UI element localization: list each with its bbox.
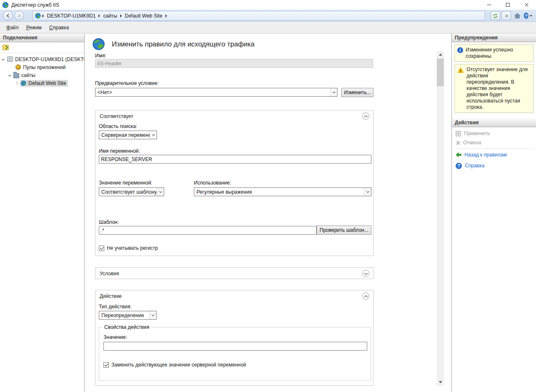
alert-success: i Изменения успешно сохранены.: [454, 44, 533, 62]
back-arrow-icon: [456, 152, 461, 158]
action-section: Действие Тип действия: Переопределение С…: [95, 290, 374, 386]
chevron-down-icon: [330, 88, 337, 96]
variable-value-label: Значение переменной:: [99, 180, 152, 186]
apply-label: Применить: [464, 131, 490, 136]
variable-value-value: Соответствует шаблону: [99, 188, 157, 196]
pattern-input[interactable]: [99, 226, 317, 235]
variable-name-input[interactable]: [99, 155, 371, 164]
home-button[interactable]: [513, 11, 522, 20]
page-title: Изменить правило для исходящего трафика: [112, 40, 255, 48]
actions-list: Применить Отмена Назад к правилам ? Спра…: [452, 127, 536, 170]
match-section: Соответствует Область поиска: Серверная …: [95, 110, 374, 256]
precondition-value: <Нет>: [95, 88, 330, 96]
scrollbar[interactable]: [437, 51, 444, 386]
window-title: Диспетчер служб IIS: [11, 2, 59, 8]
stop-icon: [504, 14, 508, 18]
menu-view[interactable]: Режим: [23, 23, 46, 33]
scroll-down-button[interactable]: [437, 379, 444, 386]
variable-value-select[interactable]: Соответствует шаблону: [99, 187, 164, 196]
collapse-section-button[interactable]: [362, 292, 369, 300]
ignore-case-row: Не учитывать регистр: [99, 245, 158, 251]
chevron-down-icon: [364, 188, 371, 196]
help-label: Справка: [465, 163, 484, 169]
save-connection-icon[interactable]: [3, 45, 9, 50]
back-button[interactable]: [3, 11, 13, 20]
actions-header: Действия: [452, 118, 536, 127]
tree-item-app-pools[interactable]: Пулы приложений: [0, 63, 84, 71]
back-icon: [6, 14, 10, 18]
edit-precondition-button[interactable]: Изменить...: [341, 88, 374, 97]
site-globe-icon: [35, 13, 41, 19]
precondition-select[interactable]: <Нет>: [95, 88, 338, 97]
tree-item-label: DESKTOP-U1MK9D1 (DESKTOI: [15, 56, 84, 62]
using-select[interactable]: Регулярные выражения: [194, 187, 371, 196]
breadcrumb-separator-icon: [42, 14, 44, 18]
chevron-down-icon: [530, 15, 532, 17]
cancel-button: Отмена: [452, 138, 536, 147]
help-menu-button[interactable]: ?: [523, 11, 533, 20]
breadcrumb-item-sites[interactable]: сайты: [101, 13, 119, 19]
info-icon: i: [457, 47, 463, 53]
action-type-value: Переопределение: [99, 311, 149, 319]
tree-item-server[interactable]: DESKTOP-U1MK9D1 (DESKTOI: [0, 55, 84, 63]
conditions-section-title: Условия: [100, 271, 119, 277]
minimize-icon: [487, 5, 491, 5]
expander-open-icon[interactable]: [2, 58, 5, 61]
replace-value-row: Заменить действующее значение серверной …: [103, 362, 246, 368]
server-icon: [7, 56, 13, 62]
warning-icon: !: [457, 67, 464, 73]
breadcrumb-item-site[interactable]: Default Web Site: [123, 13, 164, 19]
replace-value-checkbox[interactable]: [103, 362, 109, 368]
ignore-case-checkbox[interactable]: [99, 246, 104, 251]
address-toolbar: DESKTOP-U1MK9D1 сайты Default Web Site ?: [0, 10, 536, 22]
maximize-icon: [506, 3, 510, 7]
forward-button[interactable]: [14, 11, 24, 20]
action-section-title: Действие: [100, 293, 122, 299]
scroll-up-button[interactable]: [437, 51, 444, 58]
name-input: [95, 59, 373, 68]
test-pattern-button[interactable]: Проверить шаблон...: [317, 225, 371, 235]
scope-value: Серверная переменн: [99, 131, 149, 139]
conditions-section: Условия: [95, 267, 374, 279]
match-section-title: Соответствует: [100, 113, 133, 119]
scrollbar-thumb[interactable]: [437, 59, 444, 86]
breadcrumb-item-server[interactable]: DESKTOP-U1MK9D1: [45, 13, 97, 19]
menu-help[interactable]: Справка: [46, 23, 73, 33]
breadcrumb-separator-icon: [165, 14, 167, 18]
expander-closed-icon[interactable]: [15, 82, 18, 85]
menu-file[interactable]: Файл: [3, 23, 23, 33]
alerts-list: i Изменения успешно сохранены. ! Отсутст…: [452, 42, 536, 118]
chevron-down-icon: [157, 188, 164, 196]
help-link[interactable]: ? Справка: [452, 161, 536, 170]
collapse-section-button[interactable]: [362, 113, 369, 120]
help-icon: ?: [524, 13, 528, 19]
action-value-input[interactable]: [103, 342, 367, 351]
action-type-select[interactable]: Переопределение: [99, 311, 157, 320]
alert-text: Изменения успешно сохранены.: [466, 47, 531, 59]
connections-toolbar: [0, 42, 84, 53]
minimize-button[interactable]: [479, 0, 498, 10]
alert-text: Отсутствует значение для действия переоп…: [466, 67, 531, 110]
tree-item-label: сайты: [21, 72, 36, 78]
cancel-icon: [456, 141, 460, 145]
expander-open-icon[interactable]: [8, 74, 11, 77]
scroll-down-icon: [439, 381, 442, 383]
cancel-label: Отмена: [463, 140, 481, 146]
expand-section-button[interactable]: [362, 270, 369, 277]
tree-item-sites[interactable]: сайты: [0, 71, 84, 79]
action-properties-legend: Свойства действия: [103, 324, 151, 330]
pattern-label: Шаблон:: [99, 219, 119, 225]
action-value-label: Значение:: [103, 334, 127, 340]
app-pools-icon: [15, 64, 21, 70]
close-button[interactable]: [517, 0, 536, 10]
sites-folder-icon: [13, 73, 19, 78]
close-icon: [524, 3, 529, 7]
scope-select[interactable]: Серверная переменн: [99, 131, 157, 139]
back-to-rules-link[interactable]: Назад к правилам: [452, 150, 536, 159]
stop-button[interactable]: [502, 11, 511, 20]
maximize-button[interactable]: [498, 0, 517, 10]
refresh-button[interactable]: [491, 11, 500, 20]
tree-item-default-web-site[interactable]: Default Web Site: [0, 79, 84, 87]
connections-panel: Подключения DESKTOP-U1MK9D1 (DESKTOI Пул…: [0, 33, 85, 392]
scroll-up-icon: [439, 54, 442, 56]
